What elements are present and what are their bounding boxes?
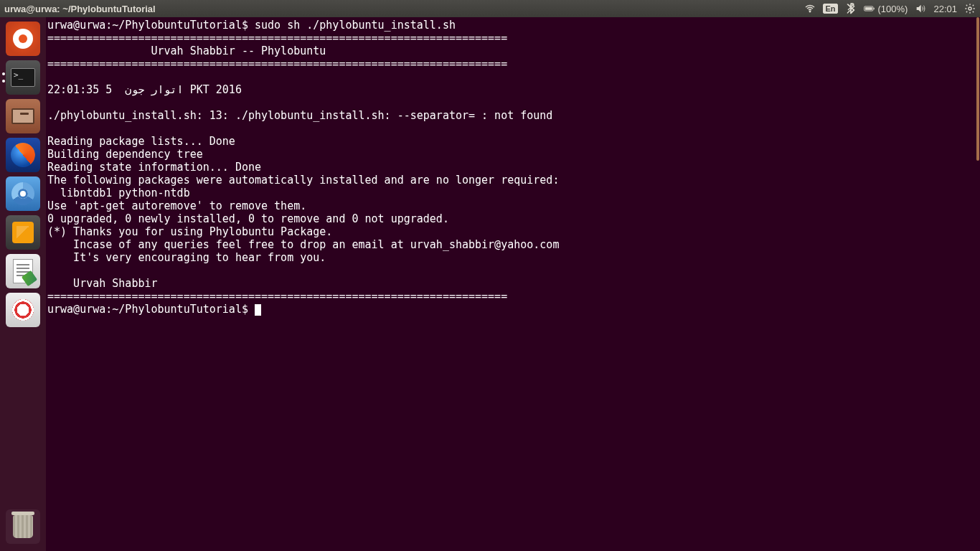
battery-icon <box>864 3 875 14</box>
error-line: ./phylobuntu_install.sh: 13: ./phylobunt… <box>47 109 552 122</box>
language-indicator[interactable]: En <box>823 4 837 14</box>
date-line: اتوار جون 5 22:01:35 PKT 2016 <box>47 83 242 96</box>
battery-percent: (100%) <box>878 4 908 14</box>
out-autoremove-hint: Use 'apt-get autoremove' to remove them. <box>47 199 306 212</box>
volume-icon <box>915 3 926 14</box>
separator-1: ========================================… <box>47 32 507 44</box>
separator-3: ========================================… <box>47 290 507 303</box>
svg-rect-2 <box>873 8 874 9</box>
out-signature: Urvah Shabbir <box>47 277 158 290</box>
prompt-1: urwa@urwa:~/PhylobuntuTutorial$ <box>47 19 255 32</box>
evince-icon <box>12 299 34 321</box>
bluetooth-icon <box>845 3 857 14</box>
firefox-icon <box>11 143 35 167</box>
gear-icon <box>964 3 976 14</box>
launcher-files[interactable] <box>6 99 40 133</box>
separator-2: ========================================… <box>47 57 507 70</box>
banner-line: Urvah Shabbir -- Phylobuntu <box>47 44 326 57</box>
svg-rect-3 <box>864 7 872 10</box>
files-icon <box>11 108 34 124</box>
battery-indicator[interactable]: (100%) <box>864 3 908 14</box>
launcher-terminal[interactable]: >_ <box>6 60 40 95</box>
session-indicator[interactable] <box>964 3 976 14</box>
ubuntu-icon <box>13 29 33 49</box>
scrollbar[interactable] <box>976 17 979 161</box>
command-1: sudo sh ./phylobuntu_install.sh <box>255 19 456 32</box>
out-package-names: libntdb1 python-ntdb <box>47 187 190 199</box>
out-thanks: (*) Thanks you for using Phylobuntu Pack… <box>47 225 332 238</box>
out-reading-state: Reading state information... Done <box>47 161 261 174</box>
launcher: >_ <box>0 17 46 551</box>
gedit-icon <box>13 259 33 283</box>
terminal-icon: >_ <box>11 68 35 87</box>
bluetooth-indicator[interactable] <box>845 3 857 14</box>
out-reading-lists: Reading package lists... Done <box>47 135 235 148</box>
launcher-dash[interactable] <box>6 22 40 56</box>
terminal-output[interactable]: urwa@urwa:~/PhylobuntuTutorial$ sudo sh … <box>46 17 980 551</box>
out-building-tree: Building dependency tree <box>47 148 203 161</box>
launcher-firefox[interactable] <box>6 138 40 172</box>
clock-indicator[interactable]: 22:01 <box>933 4 957 14</box>
clock-time: 22:01 <box>933 4 957 14</box>
language-label: En <box>823 4 837 14</box>
launcher-chromium[interactable] <box>6 176 40 211</box>
svg-point-0 <box>810 11 811 12</box>
prompt-2: urwa@urwa:~/PhylobuntuTutorial$ <box>47 303 255 316</box>
launcher-trash[interactable] <box>6 509 40 544</box>
launcher-evince[interactable] <box>6 293 40 327</box>
sound-indicator[interactable] <box>915 3 926 14</box>
out-auto-installed: The following packages were automaticall… <box>47 174 559 187</box>
sublime-icon <box>12 222 34 243</box>
top-menu-bar: urwa@urwa: ~/PhylobuntuTutorial En (100%… <box>0 0 980 17</box>
wifi-icon <box>804 3 816 14</box>
chromium-icon <box>11 182 34 205</box>
out-incase: Incase of any queries feel free to drop … <box>47 238 559 251</box>
window-title: urwa@urwa: ~/PhylobuntuTutorial <box>4 4 156 14</box>
network-indicator[interactable] <box>804 3 816 14</box>
cursor <box>255 304 261 316</box>
out-upgrade-summary: 0 upgraded, 0 newly installed, 0 to remo… <box>47 212 449 225</box>
launcher-gedit[interactable] <box>6 254 40 288</box>
out-encouraging: It's very encouraging to hear from you. <box>47 251 326 264</box>
svg-point-4 <box>969 7 971 10</box>
launcher-sublime[interactable] <box>6 215 40 250</box>
trash-icon <box>13 515 33 538</box>
